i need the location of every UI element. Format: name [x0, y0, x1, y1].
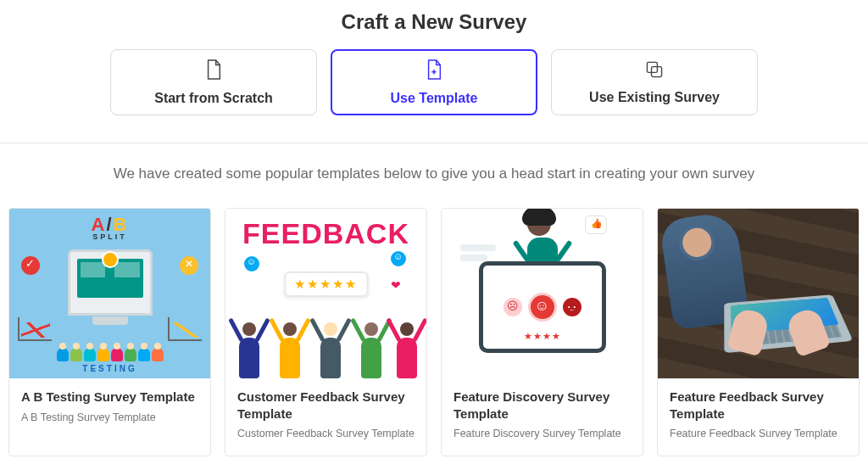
copy-icon — [644, 59, 665, 83]
template-description: Feature Feedback Survey Template — [670, 427, 847, 442]
template-title: A B Testing Survey Template — [21, 389, 198, 406]
option-use-template[interactable]: Use Template — [331, 49, 537, 115]
template-title: Feature Discovery Survey Template — [453, 389, 631, 422]
template-card-feature-discovery[interactable]: ★★★★ Feature Discovery Survey Template F… — [441, 208, 643, 456]
template-description: A B Testing Survey Template — [21, 411, 198, 426]
template-thumbnail: ★★★★ — [442, 209, 643, 378]
option-use-existing-survey[interactable]: Use Existing Survey — [551, 49, 758, 115]
template-card-customer-feedback[interactable]: FEEDBACK ❤ ★★★★★ Customer Feedback Surve… — [225, 208, 427, 456]
file-icon — [204, 59, 223, 84]
option-label: Start from Scratch — [154, 91, 273, 106]
template-thumbnail — [658, 209, 859, 378]
template-title: Customer Feedback Survey Template — [237, 389, 415, 422]
option-label: Use Template — [391, 91, 478, 106]
option-start-from-scratch[interactable]: Start from Scratch — [110, 49, 317, 115]
template-thumbnail: A/B SPLIT TESTING — [9, 209, 210, 378]
template-thumbnail: FEEDBACK ❤ ★★★★★ — [225, 209, 426, 378]
option-label: Use Existing Survey — [589, 90, 720, 105]
file-plus-icon — [425, 59, 443, 84]
templates-grid: A/B SPLIT TESTING A B Testing Survey Tem… — [0, 208, 868, 456]
template-card-ab-testing[interactable]: A/B SPLIT TESTING A B Testing Survey Tem… — [8, 208, 211, 456]
template-card-feature-feedback[interactable]: Feature Feedback Survey Template Feature… — [657, 208, 860, 456]
template-title: Feature Feedback Survey Template — [670, 389, 847, 422]
creation-options: Start from Scratch Use Template Use Exis… — [0, 49, 868, 143]
templates-subtitle: We have created some popular templates b… — [0, 143, 868, 208]
template-description: Customer Feedback Survey Template — [237, 427, 415, 442]
template-description: Feature Discovery Survey Template — [453, 427, 631, 442]
page-title: Craft a New Survey — [0, 0, 868, 49]
